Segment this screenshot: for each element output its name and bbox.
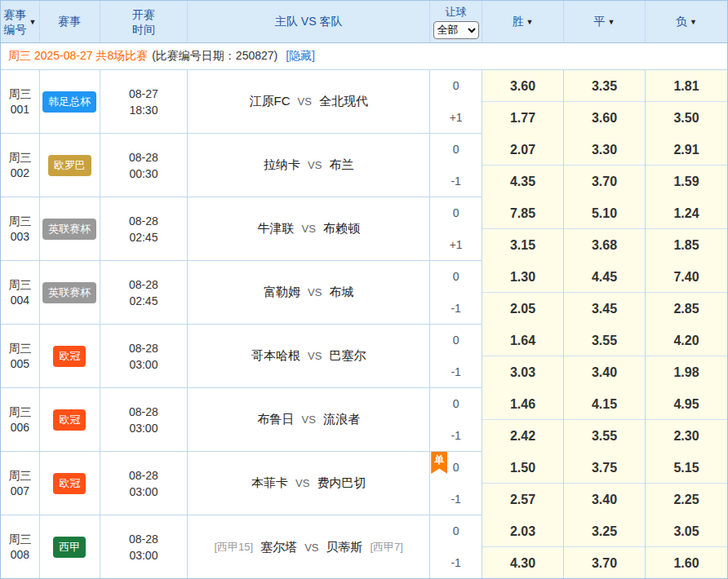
- teams-cell[interactable]: 富勒姆 VS 布城: [188, 261, 430, 324]
- odds-cell-lose-line1[interactable]: 1.98: [646, 356, 727, 388]
- lose-odds-column: 1.81 3.50: [646, 70, 727, 133]
- odds-cell-draw-line0[interactable]: 3.30: [564, 134, 645, 166]
- teams-cell[interactable]: 拉纳卡 VS 布兰: [188, 134, 430, 197]
- odds-cell-draw-line0[interactable]: 3.35: [564, 70, 645, 102]
- table-header: 赛事 编号 ▼ 赛事 开赛 时间 主队 VS 客队 让球 全部: [1, 1, 727, 43]
- odds-cell-lose-line0[interactable]: 3.05: [646, 515, 727, 547]
- odds-cell-lose-line0[interactable]: 4.95: [646, 388, 727, 420]
- match-day: 周三: [8, 214, 31, 229]
- match-day: 周三: [8, 404, 31, 420]
- odds-cell-win-line1[interactable]: 3.03: [482, 356, 563, 388]
- odds-cell-lose-line0[interactable]: 1.81: [646, 70, 727, 102]
- odds-cell-draw-line1[interactable]: 3.70: [564, 547, 645, 579]
- handicap-filter-select[interactable]: 全部: [433, 21, 479, 39]
- odds-cell-lose-line1[interactable]: 2.25: [646, 484, 727, 515]
- draw-odds-column: 3.55 3.40: [564, 325, 646, 387]
- odds-cell-win-line1[interactable]: 2.05: [482, 293, 563, 325]
- odds-cell-draw-line1[interactable]: 3.40: [564, 484, 645, 515]
- header-win[interactable]: 胜 ▼: [482, 1, 564, 42]
- match-no-cell: 周三 006: [1, 388, 40, 451]
- match-number: 004: [11, 293, 29, 308]
- odds-cell-draw-line1[interactable]: 3.55: [564, 420, 645, 452]
- odds-cell-lose-line1[interactable]: 1.85: [646, 229, 727, 261]
- odds-cell-win-line0[interactable]: 1.64: [482, 325, 563, 356]
- odds-cell-draw-line0[interactable]: 3.55: [564, 325, 645, 356]
- odds-cell-lose-line1[interactable]: 2.85: [646, 293, 727, 325]
- teams-cell[interactable]: 本菲卡 VS 费内巴切: [188, 452, 430, 515]
- odds-cell-lose-line0[interactable]: 2.91: [646, 134, 727, 166]
- odds-cell-lose-line1[interactable]: 3.50: [646, 102, 727, 134]
- header-draw[interactable]: 平 ▼: [564, 1, 646, 42]
- win-odds-column: 1.30 2.05: [482, 261, 564, 324]
- odds-cell-win-line1[interactable]: 2.57: [482, 484, 563, 515]
- header-lose[interactable]: 负 ▼: [646, 1, 727, 42]
- match-no-cell: 周三 004: [1, 261, 40, 324]
- odds-cell-draw-line1[interactable]: 3.40: [564, 356, 645, 388]
- teams-cell[interactable]: 哥本哈根 VS 巴塞尔: [188, 325, 430, 387]
- away-team: 费内巴切: [317, 475, 366, 491]
- odds-cell-win-line1[interactable]: 4.30: [482, 547, 563, 579]
- league-badge: 欧冠: [53, 409, 86, 431]
- match-day: 周三: [8, 341, 31, 356]
- odds-cell-draw-line0[interactable]: 3.25: [564, 515, 645, 547]
- odds-cell-draw-line0[interactable]: 4.45: [564, 261, 645, 293]
- win-odds-column: 3.60 1.77: [482, 70, 564, 133]
- handicap-value: 0: [430, 70, 482, 102]
- teams-cell[interactable]: [西甲15] 塞尔塔 VS 贝蒂斯 [西甲7]: [188, 515, 430, 579]
- odds-cell-lose-line1[interactable]: 2.30: [646, 420, 727, 452]
- draw-odds-column: 3.25 3.70: [564, 515, 646, 579]
- odds-cell-win-line0[interactable]: 2.07: [482, 134, 563, 166]
- odds-cell-win-line1[interactable]: 1.77: [482, 102, 563, 134]
- odds-cell-draw-line0[interactable]: 5.10: [564, 197, 645, 229]
- home-team: 布鲁日: [258, 412, 295, 427]
- odds-table: 赛事 编号 ▼ 赛事 开赛 时间 主队 VS 客队 让球 全部: [0, 0, 728, 579]
- teams-cell[interactable]: 布鲁日 VS 流浪者: [188, 388, 430, 451]
- odds-cell-win-line1[interactable]: 3.15: [482, 229, 563, 261]
- time-cell: 08-27 18:30: [100, 70, 189, 133]
- odds-cell-win-line0[interactable]: 1.50: [482, 452, 563, 484]
- handicap-value: -1: [430, 293, 482, 325]
- vs-label: VS: [295, 477, 309, 489]
- league-badge: 韩足总杯: [42, 91, 96, 113]
- odds-cell-lose-line1[interactable]: 1.59: [646, 166, 727, 197]
- teams-cell[interactable]: 牛津联 VS 布赖顿: [188, 197, 430, 260]
- odds-cell-win-line0[interactable]: 3.60: [482, 70, 563, 102]
- odds-cell-win-line0[interactable]: 1.30: [482, 261, 563, 293]
- odds-cell-win-line1[interactable]: 4.35: [482, 166, 563, 197]
- odds-cell-lose-line0[interactable]: 4.20: [646, 325, 727, 356]
- odds-cell-lose-line0[interactable]: 5.15: [646, 452, 727, 484]
- match-time: 03:00: [129, 420, 158, 436]
- odds-cell-lose-line0[interactable]: 1.24: [646, 197, 727, 229]
- odds-cell-win-line0[interactable]: 2.03: [482, 515, 563, 547]
- match-date: 08-28: [129, 213, 158, 229]
- match-day: 周三: [8, 277, 31, 293]
- handicap-cell: 0 -1: [430, 388, 482, 451]
- odds-cell-draw-line1[interactable]: 3.68: [564, 229, 645, 261]
- handicap-cell: 0 -1: [430, 515, 482, 579]
- league-badge: 欧冠: [53, 346, 86, 367]
- odds-cell-lose-line1[interactable]: 1.60: [646, 547, 727, 579]
- caret-down-icon: ▼: [690, 18, 697, 26]
- odds-cell-draw-line1[interactable]: 3.70: [564, 166, 645, 197]
- match-time: 03:00: [129, 547, 158, 564]
- odds-cell-draw-line0[interactable]: 4.15: [564, 388, 645, 420]
- odds-cell-win-line1[interactable]: 2.42: [482, 420, 563, 452]
- match-date: 08-28: [129, 404, 158, 420]
- odds-cell-draw-line1[interactable]: 3.60: [564, 102, 645, 134]
- odds-cell-win-line0[interactable]: 1.46: [482, 388, 563, 420]
- odds-cell-win-line0[interactable]: 7.85: [482, 197, 563, 229]
- match-day: 周三: [8, 150, 31, 166]
- match-row: 周三 003 英联赛杯 08-28 02:45 牛津联 VS 布赖顿 0 +1 …: [1, 197, 727, 261]
- league-cell: 英联赛杯: [40, 261, 100, 324]
- hide-link[interactable]: [隐藏]: [286, 49, 315, 64]
- odds-cell-draw-line1[interactable]: 3.45: [564, 293, 645, 325]
- odds-cell-lose-line0[interactable]: 7.40: [646, 261, 727, 293]
- teams-cell[interactable]: 江原FC VS 全北现代: [188, 70, 430, 133]
- odds-cell-draw-line0[interactable]: 3.75: [564, 452, 645, 484]
- header-match-no[interactable]: 赛事 编号 ▼: [1, 1, 40, 42]
- league-cell: 欧冠: [40, 452, 100, 515]
- handicap-value: 0: [430, 197, 482, 229]
- match-row: 周三 004 英联赛杯 08-28 02:45 富勒姆 VS 布城 0 -1 1…: [1, 261, 727, 325]
- match-time: 03:00: [129, 356, 158, 373]
- match-row: 周三 005 欧冠 08-28 03:00 哥本哈根 VS 巴塞尔 0 -1 1…: [1, 325, 727, 388]
